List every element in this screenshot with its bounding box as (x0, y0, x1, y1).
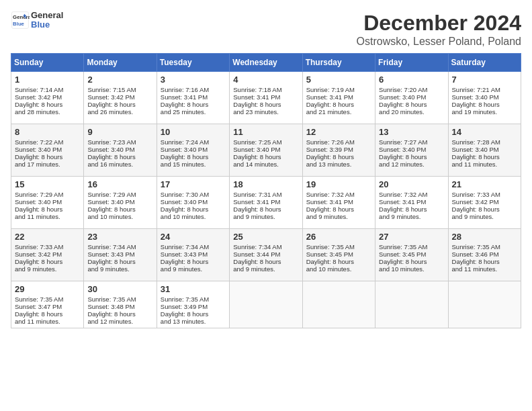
day-info: Sunset: 3:41 PM (233, 93, 298, 101)
day-info: Sunrise: 7:21 AM (452, 86, 517, 93)
calendar-cell: 29Sunrise: 7:35 AMSunset: 3:47 PMDayligh… (11, 281, 84, 328)
day-header-monday: Monday (84, 54, 157, 72)
day-info: Sunset: 3:40 PM (161, 146, 226, 153)
day-info: Sunset: 3:49 PM (161, 303, 226, 310)
day-header-saturday: Saturday (448, 54, 521, 72)
day-info: Daylight: 8 hours (233, 153, 298, 161)
calendar-table: SundayMondayTuesdayWednesdayThursdayFrid… (11, 53, 521, 328)
day-number: 21 (452, 179, 517, 189)
calendar-cell: 13Sunrise: 7:27 AMSunset: 3:40 PMDayligh… (375, 124, 448, 177)
day-info: and 9 minutes. (161, 265, 226, 273)
calendar-cell: 3Sunrise: 7:16 AMSunset: 3:41 PMDaylight… (157, 72, 229, 124)
day-info: Sunrise: 7:29 AM (87, 191, 152, 198)
day-info: Sunset: 3:40 PM (87, 198, 152, 205)
day-info: Sunrise: 7:35 AM (87, 295, 152, 303)
day-info: Daylight: 8 hours (15, 258, 80, 265)
day-info: Sunset: 3:40 PM (15, 146, 80, 153)
day-info: Daylight: 8 hours (379, 258, 444, 265)
calendar-cell (302, 281, 375, 328)
calendar-cell: 27Sunrise: 7:35 AMSunset: 3:45 PMDayligh… (375, 229, 448, 281)
day-info: Daylight: 8 hours (15, 153, 80, 161)
calendar-cell: 30Sunrise: 7:35 AMSunset: 3:48 PMDayligh… (84, 281, 157, 328)
calendar-cell: 2Sunrise: 7:15 AMSunset: 3:42 PMDaylight… (84, 72, 157, 124)
calendar-cell: 12Sunrise: 7:26 AMSunset: 3:39 PMDayligh… (302, 124, 375, 177)
day-info: Daylight: 8 hours (306, 101, 371, 108)
day-number: 10 (161, 127, 226, 137)
calendar-cell: 17Sunrise: 7:30 AMSunset: 3:40 PMDayligh… (157, 177, 229, 229)
day-info: Sunset: 3:40 PM (379, 146, 444, 153)
day-number: 14 (452, 127, 517, 137)
day-info: Daylight: 8 hours (233, 258, 298, 265)
day-info: Sunrise: 7:24 AM (161, 138, 226, 146)
calendar-cell: 22Sunrise: 7:33 AMSunset: 3:42 PMDayligh… (11, 229, 84, 281)
day-info: Daylight: 8 hours (452, 258, 517, 265)
calendar-cell: 1Sunrise: 7:14 AMSunset: 3:42 PMDaylight… (11, 72, 84, 124)
day-info: and 26 minutes. (87, 108, 152, 116)
day-info: Sunrise: 7:22 AM (15, 138, 80, 146)
day-info: Sunset: 3:40 PM (452, 93, 517, 101)
day-number: 20 (379, 179, 444, 189)
calendar-cell: 19Sunrise: 7:32 AMSunset: 3:41 PMDayligh… (302, 177, 375, 229)
day-info: Sunset: 3:40 PM (379, 93, 444, 101)
day-info: Sunset: 3:44 PM (233, 250, 298, 258)
calendar-cell: 7Sunrise: 7:21 AMSunset: 3:40 PMDaylight… (448, 72, 521, 124)
day-info: Daylight: 8 hours (161, 153, 226, 161)
day-header-wednesday: Wednesday (230, 54, 302, 72)
day-info: Sunrise: 7:34 AM (87, 243, 152, 250)
title-block: December 2024 Ostrowsko, Lesser Poland, … (357, 11, 521, 48)
day-number: 22 (15, 232, 80, 242)
day-header-friday: Friday (375, 54, 448, 72)
location-title: Ostrowsko, Lesser Poland, Poland (357, 36, 521, 48)
day-info: Sunrise: 7:25 AM (233, 138, 298, 146)
day-info: Sunrise: 7:20 AM (379, 86, 444, 93)
calendar-cell: 24Sunrise: 7:34 AMSunset: 3:43 PMDayligh… (157, 229, 229, 281)
day-info: Daylight: 8 hours (306, 153, 371, 161)
day-info: Sunrise: 7:35 AM (452, 243, 517, 250)
day-info: Sunrise: 7:28 AM (452, 138, 517, 146)
calendar-cell: 14Sunrise: 7:28 AMSunset: 3:40 PMDayligh… (448, 124, 521, 177)
day-info: Daylight: 8 hours (87, 101, 152, 108)
day-info: and 9 minutes. (452, 213, 517, 220)
day-info: and 12 minutes. (87, 318, 152, 325)
day-info: and 10 minutes. (87, 213, 152, 220)
day-info: and 13 minutes. (306, 161, 371, 168)
day-info: Sunset: 3:48 PM (87, 303, 152, 310)
day-info: Daylight: 8 hours (161, 258, 226, 265)
day-number: 6 (379, 75, 444, 85)
calendar-cell: 23Sunrise: 7:34 AMSunset: 3:43 PMDayligh… (84, 229, 157, 281)
day-info: Daylight: 8 hours (15, 205, 80, 213)
day-number: 24 (161, 232, 226, 242)
day-info: Sunrise: 7:14 AM (15, 86, 80, 93)
day-info: and 13 minutes. (161, 318, 226, 325)
day-info: Daylight: 8 hours (379, 153, 444, 161)
day-info: and 15 minutes. (161, 161, 226, 168)
day-number: 23 (87, 232, 152, 242)
calendar-cell: 9Sunrise: 7:23 AMSunset: 3:40 PMDaylight… (84, 124, 157, 177)
calendar-header-row: SundayMondayTuesdayWednesdayThursdayFrid… (11, 54, 521, 72)
day-info: Daylight: 8 hours (15, 101, 80, 108)
day-info: Sunset: 3:39 PM (306, 146, 371, 153)
day-info: Daylight: 8 hours (87, 310, 152, 318)
day-info: and 28 minutes. (15, 108, 80, 116)
day-number: 28 (452, 232, 517, 242)
day-info: Sunrise: 7:34 AM (233, 243, 298, 250)
calendar-cell: 11Sunrise: 7:25 AMSunset: 3:40 PMDayligh… (230, 124, 302, 177)
day-info: Sunset: 3:40 PM (87, 146, 152, 153)
day-info: Sunset: 3:43 PM (87, 250, 152, 258)
day-info: Sunset: 3:40 PM (452, 146, 517, 153)
day-info: Sunrise: 7:27 AM (379, 138, 444, 146)
day-info: Daylight: 8 hours (233, 101, 298, 108)
day-info: Sunrise: 7:15 AM (87, 86, 152, 93)
day-info: Daylight: 8 hours (379, 205, 444, 213)
day-number: 29 (15, 284, 80, 294)
calendar-cell: 15Sunrise: 7:29 AMSunset: 3:40 PMDayligh… (11, 177, 84, 229)
day-info: Daylight: 8 hours (452, 101, 517, 108)
day-number: 27 (379, 232, 444, 242)
day-info: Daylight: 8 hours (379, 101, 444, 108)
day-info: and 10 minutes. (379, 265, 444, 273)
day-info: Sunset: 3:43 PM (161, 250, 226, 258)
day-info: and 9 minutes. (379, 213, 444, 220)
day-info: and 10 minutes. (306, 265, 371, 273)
day-info: and 20 minutes. (379, 108, 444, 116)
day-info: Daylight: 8 hours (87, 205, 152, 213)
